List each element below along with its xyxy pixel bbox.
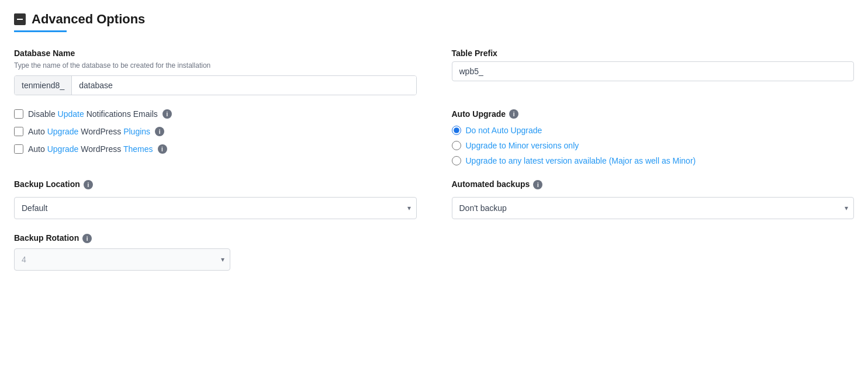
radio-item-any-latest: Upgrade to any latest version available …: [452, 156, 855, 165]
any-latest-label[interactable]: Upgrade to any latest version available …: [466, 156, 696, 165]
auto-upgrade-themes-checkbox[interactable]: [14, 144, 23, 154]
auto-upgrade-section: Auto Upgrade i Do not Auto Upgrade Upgra…: [446, 109, 855, 165]
database-name-group: Database Name Type the name of the datab…: [14, 49, 423, 95]
database-prefix: tenmiend8_: [15, 76, 72, 95]
automated-backups-wrapper: Don't backup Once a day Once a week Once…: [452, 197, 855, 219]
database-name-input[interactable]: [72, 76, 416, 95]
table-prefix-group: Table Prefix: [446, 49, 855, 95]
database-name-label: Database Name: [14, 49, 417, 58]
backup-location-wrapper: Default Remote FTP Remote SFTP Dropbox G…: [14, 197, 417, 219]
disable-notifications-checkbox[interactable]: [14, 109, 23, 119]
backup-rotation-row: Backup Rotation i 4 1 2 3 5 ▾: [14, 233, 854, 271]
auto-upgrade-radio-group: Do not Auto Upgrade Upgrade to Minor ver…: [452, 126, 855, 165]
minor-only-radio[interactable]: [452, 141, 461, 150]
section-header: Advanced Options: [14, 12, 854, 27]
auto-upgrade-plugins-label[interactable]: Auto Upgrade WordPress Plugins: [28, 127, 150, 136]
backup-location-group: Backup Location i Default Remote FTP Rem…: [14, 179, 423, 219]
database-hint: Type the name of the database to be crea…: [14, 61, 417, 70]
auto-upgrade-themes-label[interactable]: Auto Upgrade WordPress Themes: [28, 144, 153, 154]
automated-backups-group: Automated backups i Don't backup Once a …: [446, 179, 855, 219]
database-row: Database Name Type the name of the datab…: [14, 49, 854, 95]
disable-notifications-label[interactable]: Disable Update Notifications Emails: [28, 109, 158, 119]
no-auto-upgrade-label[interactable]: Do not Auto Upgrade: [466, 126, 542, 135]
automated-backups-info-icon[interactable]: i: [533, 180, 542, 189]
backup-location-label: Backup Location: [14, 179, 80, 189]
minor-only-label[interactable]: Upgrade to Minor versions only: [466, 141, 579, 150]
checkbox-item-disable-notifications: Disable Update Notifications Emails i: [14, 109, 417, 119]
section-title: Advanced Options: [32, 12, 145, 27]
table-prefix-input[interactable]: [452, 61, 855, 81]
auto-upgrade-themes-info-icon[interactable]: i: [158, 144, 167, 154]
disable-notifications-info-icon[interactable]: i: [162, 109, 172, 119]
no-auto-upgrade-radio[interactable]: [452, 126, 461, 135]
backup-row: Backup Location i Default Remote FTP Rem…: [14, 179, 854, 219]
radio-item-no-upgrade: Do not Auto Upgrade: [452, 126, 855, 135]
auto-upgrade-plugins-info-icon[interactable]: i: [155, 127, 164, 136]
collapse-button[interactable]: [14, 13, 26, 25]
auto-upgrade-label: Auto Upgrade i: [452, 109, 855, 119]
automated-backups-label: Automated backups: [452, 179, 530, 189]
checkbox-item-upgrade-plugins: Auto Upgrade WordPress Plugins i: [14, 127, 417, 136]
backup-location-info-icon[interactable]: i: [84, 180, 93, 189]
backup-location-select[interactable]: Default Remote FTP Remote SFTP Dropbox G…: [14, 197, 417, 219]
backup-rotation-info-icon[interactable]: i: [82, 234, 92, 243]
checkbox-group: Disable Update Notifications Emails i Au…: [14, 109, 423, 165]
table-prefix-label: Table Prefix: [452, 49, 855, 58]
database-input-wrapper: tenmiend8_: [14, 75, 417, 95]
any-latest-radio[interactable]: [452, 156, 461, 165]
checkbox-item-upgrade-themes: Auto Upgrade WordPress Themes i: [14, 144, 417, 154]
auto-upgrade-plugins-checkbox[interactable]: [14, 127, 23, 136]
radio-item-minor-only: Upgrade to Minor versions only: [452, 141, 855, 150]
section-underline: [14, 30, 67, 32]
backup-rotation-select[interactable]: 4 1 2 3 5: [14, 248, 230, 271]
auto-upgrade-info-icon[interactable]: i: [509, 109, 518, 119]
options-row: Disable Update Notifications Emails i Au…: [14, 109, 854, 165]
backup-rotation-wrapper: 4 1 2 3 5 ▾: [14, 248, 230, 271]
backup-rotation-label: Backup Rotation: [14, 233, 79, 243]
automated-backups-select[interactable]: Don't backup Once a day Once a week Once…: [452, 197, 855, 219]
